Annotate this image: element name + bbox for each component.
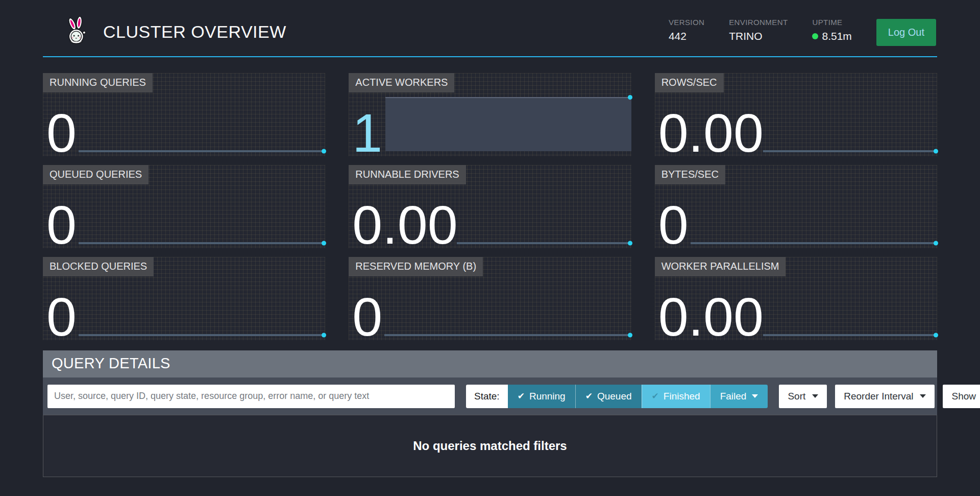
tile-label: RUNNING QUERIES xyxy=(43,73,153,92)
tile-value: 0.00 xyxy=(352,198,457,252)
app-header: CLUSTER OVERVIEW VERSION 442 ENVIRONMENT… xyxy=(43,0,937,56)
sparkline-dot-icon xyxy=(934,149,938,154)
environment-value: TRINO xyxy=(729,30,788,42)
trino-bunny-logo xyxy=(63,16,91,47)
sort-label: Sort xyxy=(788,391,805,402)
tile-label: QUEUED QUERIES xyxy=(43,165,149,184)
chevron-down-icon xyxy=(920,394,926,398)
tile-label: ROWS/SEC xyxy=(655,73,724,92)
sparkline-dot-icon xyxy=(628,241,632,246)
version-value: 442 xyxy=(669,30,704,42)
uptime-label: UPTIME xyxy=(812,18,851,27)
version-label: VERSION xyxy=(669,18,704,27)
runnable-drivers-tile: RUNNABLE DRIVERS 0.00 xyxy=(349,165,631,248)
show-dropdown-button[interactable]: Show xyxy=(943,385,980,408)
page-title: CLUSTER OVERVIEW xyxy=(103,22,286,42)
tile-value: 0 xyxy=(46,106,77,160)
tile-value: 0 xyxy=(352,290,382,344)
tile-label: ACTIVE WORKERS xyxy=(349,73,454,92)
state-filter-failed-label: Failed xyxy=(720,391,747,402)
sparkline-dot-icon xyxy=(934,241,938,246)
empty-queries-message: No queries matched filters xyxy=(43,415,937,477)
sparkline-chart xyxy=(763,334,937,336)
state-filter-queued[interactable]: ✔ Queued xyxy=(575,385,642,408)
tile-label: WORKER PARALLELISM xyxy=(655,257,786,276)
sparkline-dot-icon xyxy=(322,241,326,246)
sparkline-chart xyxy=(79,242,325,244)
state-filter-running-label: Running xyxy=(529,391,566,402)
tile-value: 1 xyxy=(352,106,382,160)
state-filter-group: State: ✔ Running ✔ Queued ✔ Finished Fai… xyxy=(466,385,768,408)
reorder-interval-dropdown-button[interactable]: Reorder Interval xyxy=(835,385,935,408)
tile-value: 0.00 xyxy=(658,290,764,344)
uptime-stat: UPTIME 8.51m xyxy=(812,18,851,42)
sparkline-dot-icon xyxy=(628,333,632,338)
chevron-down-icon xyxy=(812,394,818,398)
state-filter-finished[interactable]: ✔ Finished xyxy=(642,385,710,408)
worker-parallelism-tile: WORKER PARALLELISM 0.00 xyxy=(655,257,937,340)
query-search-input[interactable] xyxy=(47,385,455,408)
state-filter-queued-label: Queued xyxy=(597,391,632,402)
sort-dropdown-button[interactable]: Sort xyxy=(779,385,827,408)
blocked-queries-tile: BLOCKED QUERIES 0 xyxy=(43,257,325,340)
sparkline-chart xyxy=(457,242,631,244)
queued-queries-tile: QUEUED QUERIES 0 xyxy=(43,165,325,248)
sparkline-chart xyxy=(691,242,937,244)
active-workers-tile: ACTIVE WORKERS 1 xyxy=(349,73,631,156)
state-filter-failed-dropdown[interactable]: Failed xyxy=(710,385,768,408)
rows-per-sec-tile: ROWS/SEC 0.00 xyxy=(655,73,937,156)
tile-label: RESERVED MEMORY (B) xyxy=(349,257,483,276)
header-divider xyxy=(43,56,937,57)
uptime-status-dot-icon xyxy=(812,33,818,39)
tile-value: 0.00 xyxy=(658,106,764,160)
sparkline-dot-icon xyxy=(628,95,632,100)
sparkline-chart xyxy=(79,150,325,152)
sparkline-chart xyxy=(384,334,631,336)
state-filter-finished-label: Finished xyxy=(664,391,700,402)
sparkline-dot-icon xyxy=(322,333,326,338)
cluster-stat-tiles: RUNNING QUERIES 0 ACTIVE WORKERS 1 ROWS/… xyxy=(43,73,937,340)
environment-label: ENVIRONMENT xyxy=(729,18,788,27)
running-queries-tile: RUNNING QUERIES 0 xyxy=(43,73,325,156)
environment-stat: ENVIRONMENT TRINO xyxy=(729,18,788,42)
uptime-value: 8.51m xyxy=(812,30,851,42)
show-label: Show xyxy=(951,391,976,402)
check-icon: ✔ xyxy=(652,392,659,400)
log-out-button[interactable]: Log Out xyxy=(876,19,936,46)
sparkline-dot-icon xyxy=(934,333,938,338)
sparkline-dot-icon xyxy=(322,149,326,154)
brand: CLUSTER OVERVIEW xyxy=(63,16,286,47)
tile-value: 0 xyxy=(46,198,77,252)
tile-value: 0 xyxy=(658,198,689,252)
cluster-overview-page: CLUSTER OVERVIEW VERSION 442 ENVIRONMENT… xyxy=(0,0,980,477)
sparkline-chart xyxy=(79,334,325,336)
query-details-section: QUERY DETAILS State: ✔ Running ✔ Queued … xyxy=(43,350,937,477)
state-filter-label: State: xyxy=(466,385,508,408)
tile-value: 0 xyxy=(46,290,77,344)
version-stat: VERSION 442 xyxy=(669,18,704,42)
reserved-memory-tile: RESERVED MEMORY (B) 0 xyxy=(349,257,631,340)
header-stats: VERSION 442 ENVIRONMENT TRINO UPTIME 8.5… xyxy=(669,18,936,46)
check-icon: ✔ xyxy=(585,392,593,400)
tile-label: BLOCKED QUERIES xyxy=(43,257,154,276)
bytes-per-sec-tile: BYTES/SEC 0 xyxy=(655,165,937,248)
query-details-title: QUERY DETAILS xyxy=(43,350,937,377)
state-filter-running[interactable]: ✔ Running xyxy=(508,385,575,408)
sparkline-area-chart xyxy=(385,97,631,151)
chevron-down-icon xyxy=(752,394,758,398)
tile-label: BYTES/SEC xyxy=(655,165,725,184)
check-icon: ✔ xyxy=(518,392,525,400)
tile-label: RUNNABLE DRIVERS xyxy=(349,165,465,184)
reorder-interval-label: Reorder Interval xyxy=(844,391,913,402)
sparkline-chart xyxy=(763,150,937,152)
query-filter-toolbar: State: ✔ Running ✔ Queued ✔ Finished Fai… xyxy=(43,377,937,415)
